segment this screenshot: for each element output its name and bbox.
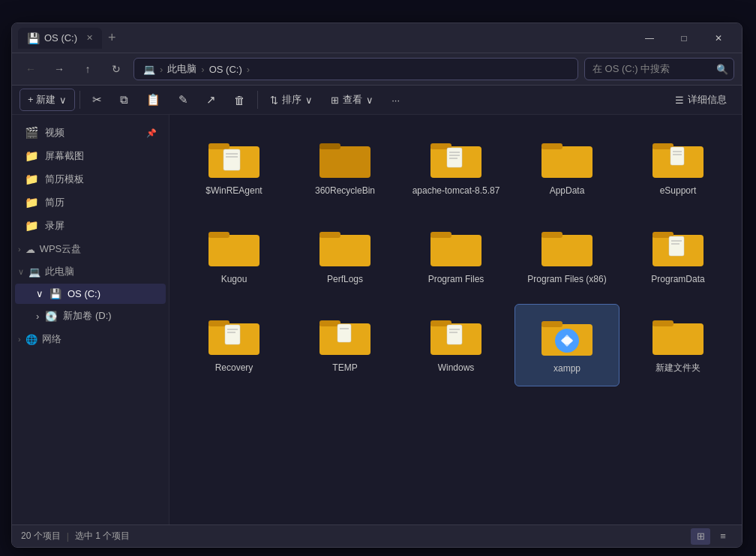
file-item-program-files-x86[interactable]: Program Files (x86) <box>514 215 620 298</box>
file-label-new-folder: 新建文件夹 <box>656 362 700 374</box>
file-item-new-folder[interactable]: 新建文件夹 <box>626 304 730 386</box>
file-item-esupport[interactable]: eSupport <box>626 127 730 209</box>
file-item-360recyclebin[interactable]: 360RecycleBin <box>292 127 398 209</box>
svg-rect-20 <box>208 235 260 266</box>
sidebar-item-resume-label: 简历 <box>45 196 64 209</box>
minimize-button[interactable]: — <box>632 26 667 50</box>
sidebar-item-recordings-label: 录屏 <box>45 219 64 233</box>
more-button[interactable]: ··· <box>384 91 407 110</box>
up-button[interactable]: ↑ <box>76 58 99 80</box>
rename-button[interactable]: ✎ <box>171 89 196 110</box>
tab-drive-icon: 💾 <box>27 32 40 44</box>
file-item-programdata[interactable]: ProgramData <box>626 215 730 298</box>
sidebar-group-network[interactable]: › 🌐 网络 <box>12 328 169 350</box>
expand-arrow-network-icon: › <box>18 335 21 344</box>
sidebar: 🎬 视频 📌 📁 屏幕截图 📁 简历模板 📁 简历 📁 录屏 <box>12 115 170 524</box>
expand-arrow-d-icon: › <box>36 311 39 322</box>
resume-templates-icon: 📁 <box>24 173 39 186</box>
toolbar-separator-1 <box>80 91 80 109</box>
sidebar-item-screenshots-label: 屏幕截图 <box>45 149 84 163</box>
active-tab[interactable]: 💾 OS (C:) ✕ <box>18 28 102 49</box>
file-area: $WinREAgent 360RecycleBin <box>170 115 742 524</box>
sidebar-group-wps-label: WPS云盘 <box>40 242 82 256</box>
svg-rect-5 <box>320 146 370 178</box>
sort-label: 排序 <box>282 93 302 107</box>
expand-arrow-my-computer-icon: ∨ <box>18 267 24 277</box>
file-item-kugou[interactable]: Kugou <box>182 215 286 298</box>
status-selected: 选中 1 个项目 <box>75 530 130 542</box>
sidebar-item-screenshots[interactable]: 📁 屏幕截图 <box>15 145 166 167</box>
sidebar-item-new-d-label: 新加卷 (D:) <box>63 309 111 323</box>
grid-view-button[interactable]: ⊞ <box>691 528 710 545</box>
sidebar-item-recordings[interactable]: 📁 录屏 <box>15 215 166 237</box>
more-icon: ··· <box>392 95 400 106</box>
sort-button[interactable]: ⇅ 排序 ∨ <box>262 89 320 110</box>
sidebar-item-os-c[interactable]: ∨ 💾 OS (C:) <box>15 284 166 304</box>
path-drive[interactable]: OS (C:) <box>209 64 242 75</box>
back-button[interactable]: ← <box>20 58 42 80</box>
share-button[interactable]: ↗ <box>199 89 224 110</box>
screenshots-icon: 📁 <box>24 149 39 163</box>
folder-icon-360recyclebin <box>318 136 372 181</box>
maximize-button[interactable]: □ <box>667 26 701 50</box>
file-item-winreagent[interactable]: $WinREAgent <box>182 127 286 209</box>
file-label-program-files-x86: Program Files (x86) <box>527 274 606 286</box>
file-item-windows[interactable]: Windows <box>404 304 508 386</box>
delete-icon: 🗑 <box>234 94 245 107</box>
paste-button[interactable]: 📋 <box>139 89 168 110</box>
delete-button[interactable]: 🗑 <box>226 90 253 110</box>
sidebar-group-wps[interactable]: › ☁ WPS云盘 <box>12 238 169 260</box>
detail-info-button[interactable]: ☰ 详细信息 <box>668 89 734 110</box>
copy-button[interactable]: ⧉ <box>112 89 136 110</box>
expand-arrow-os-icon: ∨ <box>36 288 44 299</box>
file-label-esupport: eSupport <box>660 185 697 197</box>
sidebar-item-resume[interactable]: 📁 简历 <box>15 191 166 214</box>
view-toggle-buttons: ⊞ ≡ <box>691 528 733 545</box>
folder-icon-program-files <box>429 224 483 269</box>
file-item-xampp[interactable]: xampp <box>514 304 620 386</box>
forward-button[interactable]: → <box>48 58 70 80</box>
file-item-perflogs[interactable]: PerfLogs <box>292 215 398 298</box>
close-button[interactable]: ✕ <box>701 26 736 50</box>
svg-rect-26 <box>542 235 592 266</box>
window-controls: — □ ✕ <box>632 26 736 50</box>
file-label-xampp: xampp <box>554 363 580 375</box>
list-view-button[interactable]: ≡ <box>713 528 733 545</box>
folder-icon-appdata <box>540 136 594 181</box>
tab-close-button[interactable]: ✕ <box>86 33 93 43</box>
new-tab-button[interactable]: + <box>108 30 116 46</box>
address-bar[interactable]: 💻 › 此电脑 › OS (C:) › <box>134 58 578 80</box>
folder-icon-kugou <box>207 224 261 269</box>
cut-button[interactable]: ✂ <box>85 89 110 110</box>
file-item-temp[interactable]: TEMP <box>292 304 398 386</box>
sidebar-item-resume-templates[interactable]: 📁 简历模板 <box>15 168 166 191</box>
file-label-winreagent: $WinREAgent <box>206 185 262 197</box>
search-box[interactable]: 在 OS (C:) 中搜索 <box>584 58 734 80</box>
sidebar-item-new-d[interactable]: › 💽 新加卷 (D:) <box>15 305 166 327</box>
folder-icon-recovery <box>207 313 261 358</box>
file-item-appdata[interactable]: AppData <box>514 127 620 209</box>
file-item-apache-tomcat[interactable]: apache-tomcat-8.5.87 <box>404 127 508 209</box>
sidebar-group-network-label: 网络 <box>42 332 62 346</box>
sidebar-item-videos[interactable]: 🎬 视频 📌 <box>15 122 166 144</box>
path-my-computer[interactable]: 此电脑 <box>167 62 196 76</box>
svg-rect-30 <box>669 236 684 256</box>
sidebar-item-os-label: OS (C:) <box>68 288 100 299</box>
address-area: ← → ↑ ↻ 💻 › 此电脑 › OS (C:) › 在 OS (C:) 中搜… <box>12 53 742 86</box>
wps-cloud-icon: ☁ <box>26 244 35 255</box>
file-item-recovery[interactable]: Recovery <box>182 304 286 386</box>
file-item-program-files[interactable]: Program Files <box>404 215 508 298</box>
sidebar-group-my-computer[interactable]: ∨ 💻 此电脑 <box>12 260 169 283</box>
detail-icon: ☰ <box>675 95 684 106</box>
folder-icon-programdata <box>651 224 705 269</box>
file-label-360recyclebin: 360RecycleBin <box>315 185 375 197</box>
network-icon: 🌐 <box>26 334 38 345</box>
refresh-button[interactable]: ↻ <box>105 58 128 80</box>
folder-icon-perflogs <box>318 224 372 269</box>
status-bar: 20 个项目 | 选中 1 个项目 ⊞ ≡ <box>12 524 742 547</box>
svg-rect-1 <box>208 143 230 149</box>
view-button[interactable]: ⊞ 查看 ∨ <box>323 89 381 110</box>
new-button[interactable]: + 新建 ∨ <box>20 89 75 111</box>
svg-rect-51 <box>652 320 674 326</box>
file-grid: $WinREAgent 360RecycleBin <box>182 127 730 386</box>
